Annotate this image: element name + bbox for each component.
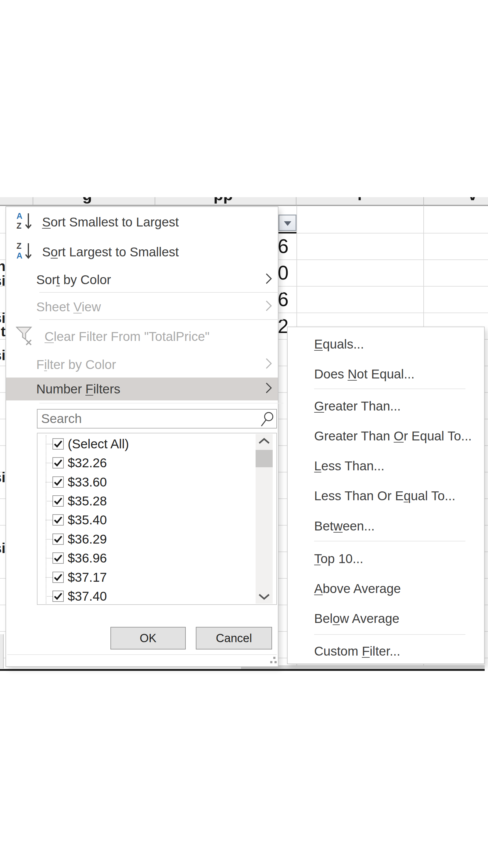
cell-text-fragment: si xyxy=(0,311,5,326)
submenu-item-label: Greater Than... xyxy=(288,399,401,413)
cancel-button[interactable]: Cancel xyxy=(196,627,272,649)
submenu-item-label: Less Than Or Equal To... xyxy=(288,489,455,503)
header-bottom-border xyxy=(276,232,296,234)
header-text-fragment: g xyxy=(83,197,92,204)
clear-filter-icon xyxy=(16,326,34,348)
submenu-item-less-than-or-equal-to[interactable]: Less Than Or Equal To... xyxy=(288,481,484,510)
filter-value-list: (Select All) $32.26 $33.60 xyxy=(37,433,277,605)
grid-line xyxy=(296,197,296,205)
menu-item-label: Filter by Color xyxy=(36,358,116,372)
header-text-fragment: v xyxy=(468,197,477,204)
submenu-item-label: Above Average xyxy=(288,581,401,596)
checkbox-checked[interactable] xyxy=(53,438,64,450)
checkbox-checked[interactable] xyxy=(53,572,64,583)
menu-item-filter-by-color[interactable]: Filter by Color xyxy=(6,353,278,377)
list-item-value[interactable]: $36.96 xyxy=(37,549,251,568)
menu-item-label: Sheet View xyxy=(36,300,101,314)
menu-item-number-filters[interactable]: Number Filters xyxy=(6,377,278,400)
sort-za-icon: Z A xyxy=(16,241,33,263)
list-item-value[interactable]: $32.26 xyxy=(37,454,251,472)
tree-line xyxy=(46,596,53,597)
menu-item-sort-smallest-to-largest[interactable]: A Z Sort Smallest to Largest xyxy=(6,210,278,235)
checkbox-checked[interactable] xyxy=(53,495,64,507)
submenu-item-custom-filter[interactable]: Custom Filter... xyxy=(288,637,484,666)
ok-button-label: OK xyxy=(140,632,157,645)
submenu-chevron-icon xyxy=(266,273,272,287)
list-item-label: $37.17 xyxy=(68,570,107,585)
submenu-item-label: Less Than... xyxy=(288,459,384,473)
scrollbar-thumb[interactable] xyxy=(256,450,273,467)
list-item-label: $36.29 xyxy=(68,532,107,547)
menu-item-sort-largest-to-smallest[interactable]: Z A Sort Largest to Smallest xyxy=(6,240,278,264)
scrollbar-track[interactable] xyxy=(256,434,273,604)
list-item-select-all[interactable]: (Select All) xyxy=(37,435,251,454)
checkbox-checked[interactable] xyxy=(53,552,64,564)
column-header-band: g pp l v xyxy=(0,197,488,206)
column-filter-dropdown-button[interactable] xyxy=(279,215,296,231)
cell-text-fragment: si xyxy=(0,348,5,363)
submenu-item-above-average[interactable]: Above Average xyxy=(288,574,484,603)
cell-text-fragment: si xyxy=(0,541,5,555)
submenu-item-equals[interactable]: Equals... xyxy=(288,330,484,359)
checkbox-checked[interactable] xyxy=(53,533,64,545)
checkbox-checked[interactable] xyxy=(53,591,64,602)
scroll-up-arrow[interactable] xyxy=(258,438,270,444)
grid-line xyxy=(33,197,33,205)
submenu-item-label: Between... xyxy=(288,519,375,533)
tree-line xyxy=(46,444,53,444)
submenu-item-below-average[interactable]: Below Average xyxy=(288,604,484,633)
list-item-value[interactable]: $37.40 xyxy=(37,587,251,605)
submenu-item-label: Top 10... xyxy=(288,552,363,566)
submenu-item-between[interactable]: Between... xyxy=(288,512,484,541)
cell-text-fragment: n xyxy=(0,259,5,274)
tree-line xyxy=(46,520,53,520)
menu-item-clear-filter[interactable]: Clear Filter From "TotalPrice" xyxy=(6,325,278,348)
list-item-value[interactable]: $36.29 xyxy=(37,530,251,549)
list-item-label: $32.26 xyxy=(68,456,107,470)
submenu-item-label: Greater Than Or Equal To... xyxy=(288,429,472,443)
submenu-item-label: Below Average xyxy=(288,611,399,626)
submenu-chevron-icon xyxy=(266,300,272,314)
scroll-down-arrow[interactable] xyxy=(258,593,270,600)
submenu-item-greater-than[interactable]: Greater Than... xyxy=(288,392,484,421)
svg-text:A: A xyxy=(17,212,23,221)
checkbox-checked[interactable] xyxy=(53,476,64,488)
tree-line xyxy=(46,539,53,539)
menu-footer-divider xyxy=(7,654,276,655)
submenu-item-greater-than-or-equal-to[interactable]: Greater Than Or Equal To... xyxy=(288,422,484,451)
submenu-item-label: Equals... xyxy=(288,337,364,351)
svg-text:Z: Z xyxy=(17,241,22,251)
number-filters-submenu: Equals... Does Not Equal... Greater Than… xyxy=(287,327,485,664)
tree-line xyxy=(46,463,53,463)
list-item-value[interactable]: $35.28 xyxy=(37,492,251,510)
ok-button[interactable]: OK xyxy=(110,627,186,649)
list-item-label: $36.96 xyxy=(68,551,107,565)
list-item-value[interactable]: $37.17 xyxy=(37,568,251,587)
tree-line xyxy=(46,501,53,501)
list-item-value[interactable]: $35.40 xyxy=(37,510,251,530)
menu-item-sheet-view[interactable]: Sheet View xyxy=(6,296,278,319)
checkbox-checked[interactable] xyxy=(53,514,64,526)
submenu-chevron-icon xyxy=(266,382,272,397)
list-item-label: (Select All) xyxy=(68,437,129,452)
menu-item-label: Sort Smallest to Largest xyxy=(42,215,179,229)
submenu-separator xyxy=(314,389,465,389)
submenu-item-top-10[interactable]: Top 10... xyxy=(288,544,484,574)
list-item-value[interactable]: $33.60 xyxy=(37,473,251,492)
svg-text:A: A xyxy=(17,251,23,260)
grid-line xyxy=(423,197,424,205)
search-input[interactable] xyxy=(37,410,276,428)
submenu-item-does-not-equal[interactable]: Does Not Equal... xyxy=(288,360,484,389)
submenu-item-less-than[interactable]: Less Than... xyxy=(288,452,484,481)
checkbox-checked[interactable] xyxy=(53,457,64,468)
menu-separator xyxy=(39,319,283,320)
menu-item-sort-by-color[interactable]: Sort by Color xyxy=(6,268,278,292)
menu-item-label: Sort Largest to Smallest xyxy=(42,245,179,259)
list-item-label: $35.28 xyxy=(68,494,107,508)
menu-separator xyxy=(39,292,283,293)
menu-separator xyxy=(39,403,283,403)
dropdown-arrow-icon xyxy=(284,221,291,226)
submenu-chevron-icon xyxy=(266,358,272,372)
grid-line xyxy=(155,197,155,205)
autofilter-menu: A Z Sort Smallest to Largest Z A Sort La… xyxy=(5,206,279,667)
